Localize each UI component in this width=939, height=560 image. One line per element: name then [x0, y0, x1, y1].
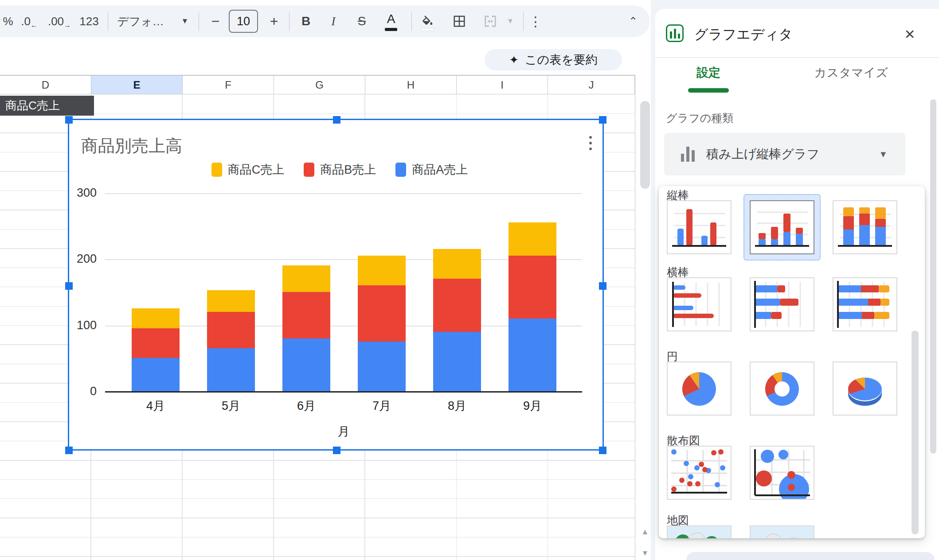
bar-segment-商品B売上[interactable] [433, 279, 481, 331]
format-percent-button[interactable]: % [0, 5, 16, 37]
bar-segment-商品C売上[interactable] [509, 222, 556, 256]
bar-segment-商品B売上[interactable] [358, 285, 406, 342]
bold-button[interactable]: B [296, 5, 316, 37]
legend-label: 商品C売上 [228, 162, 285, 178]
bar-segment-商品B売上[interactable] [207, 312, 255, 348]
chart-type-thumb-geo-map[interactable] [667, 525, 732, 538]
bar-segment-商品C売上[interactable] [282, 265, 330, 292]
chart-title: 商品別売上高 [81, 135, 182, 157]
floating-cell-label: 商品C売上 [0, 96, 94, 116]
collapse-toolbar-button[interactable]: ⌃ [622, 5, 644, 37]
chart-type-thumb-bubble-chart[interactable] [750, 446, 814, 500]
bar-segment-商品A売上[interactable] [282, 338, 330, 391]
legend-swatch [395, 163, 406, 177]
increase-decimal-button[interactable]: .00→ [46, 5, 73, 37]
merge-cells-caret-icon[interactable]: ▼ [504, 5, 517, 37]
font-family-select[interactable]: デフォ… [114, 5, 174, 37]
chart-type-thumb-scatter-chart[interactable] [667, 446, 732, 500]
chart-type-thumb-geo-map-markers[interactable] [750, 525, 814, 538]
more-formats-button[interactable]: 123 [76, 5, 102, 37]
scroll-down-icon[interactable]: ▼ [640, 548, 650, 558]
chart-type-thumb-stacked-bar-chart[interactable] [750, 277, 814, 331]
decrease-font-size-button[interactable]: − [207, 5, 224, 37]
bar-segment-商品A売上[interactable] [509, 319, 556, 391]
summarize-table-button[interactable]: ✦ この表を要約 [485, 49, 622, 70]
x-axis-title: 月 [105, 424, 582, 439]
chart-resize-handle[interactable] [599, 282, 606, 290]
decrease-decimal-button[interactable]: .0← [18, 5, 41, 37]
legend-swatch [211, 163, 222, 177]
fill-color-swatch [421, 28, 434, 31]
bar-segment-商品C売上[interactable] [207, 290, 255, 312]
column-header-H[interactable]: H [365, 76, 457, 94]
bar-segment-商品B売上[interactable] [282, 292, 330, 338]
tab-customize[interactable]: カスタマイズ [811, 65, 891, 81]
tab-settings[interactable]: 設定 [688, 65, 729, 81]
type-list-scrollbar[interactable] [912, 331, 919, 534]
strikethrough-button[interactable]: S [352, 5, 372, 37]
x-axis-tick-label: 6月 [275, 398, 337, 414]
chart-type-thumb-column-chart[interactable] [667, 200, 732, 254]
bar-segment-商品B売上[interactable] [509, 256, 556, 319]
y-axis-tick-label: 200 [69, 252, 97, 266]
font-size-input[interactable]: 10 [228, 5, 259, 37]
chart-resize-handle[interactable] [599, 447, 606, 454]
column-header-G[interactable]: G [274, 76, 365, 94]
bar-segment-商品A売上[interactable] [433, 332, 481, 391]
column-chart-icon [668, 247, 731, 255]
x-axis-tick-label: 7月 [351, 398, 413, 414]
merge-cells-button[interactable] [479, 5, 502, 37]
column-header-D[interactable]: D [0, 76, 91, 94]
column-header-I[interactable]: I [457, 76, 548, 94]
legend-label: 商品A売上 [412, 162, 468, 178]
close-icon[interactable]: ✕ [900, 24, 919, 44]
increase-font-size-button[interactable]: + [264, 5, 284, 37]
bar-segment-商品A売上[interactable] [358, 342, 406, 391]
text-color-button[interactable]: A [380, 5, 402, 37]
donut-chart-icon [751, 408, 814, 416]
bar-segment-商品C売上[interactable] [358, 256, 406, 285]
100-stacked-bar-chart-icon [833, 324, 896, 332]
bar-segment-商品C売上[interactable] [433, 249, 481, 279]
y-axis-tick-label: 300 [69, 186, 97, 200]
font-family-caret-icon[interactable]: ▼ [177, 5, 192, 37]
column-header-J[interactable]: J [548, 76, 635, 94]
toolbar-divider [108, 12, 108, 31]
chart-resize-handle[interactable] [65, 447, 73, 454]
more-toolbar-button[interactable]: ⋮ [527, 5, 544, 37]
chart-type-thumb-100-stacked-column-chart[interactable] [833, 200, 897, 254]
chart-type-thumb-100-stacked-bar-chart[interactable] [833, 277, 897, 331]
chart-resize-handle[interactable] [599, 116, 606, 124]
toolbar-divider [289, 12, 290, 31]
sheet-vertical-scrollbar[interactable] [640, 101, 650, 189]
chart-type-thumb-stacked-column-chart[interactable] [750, 200, 814, 254]
chart-type-thumb-donut-chart[interactable] [750, 362, 814, 416]
x-axis-tick-label: 8月 [426, 398, 488, 414]
bar-segment-商品B売上[interactable] [132, 328, 180, 358]
embedded-chart[interactable]: 商品別売上高 商品C売上商品B売上商品A売上 01002003004月5月6月7… [68, 119, 604, 451]
chart-type-thumb-bar-chart[interactable] [667, 277, 732, 331]
chart-more-menu-button[interactable] [583, 131, 599, 156]
italic-button[interactable]: I [324, 5, 343, 37]
chart-resize-handle[interactable] [65, 282, 73, 290]
x-axis-tick-label: 5月 [200, 398, 262, 414]
column-header-E[interactable]: E [91, 76, 183, 94]
chart-type-value: 積み上げ縦棒グラフ [706, 146, 879, 163]
panel-scrollbar[interactable] [930, 99, 936, 454]
bar-chart-icon [668, 324, 731, 332]
3d-pie-chart-icon [833, 408, 896, 416]
scroll-up-icon[interactable]: ▲ [640, 527, 650, 537]
chart-resize-handle[interactable] [65, 116, 73, 124]
chart-resize-handle[interactable] [333, 447, 340, 454]
column-header-F[interactable]: F [183, 76, 274, 94]
bar-segment-商品A売上[interactable] [207, 348, 255, 391]
chart-type-thumb-pie-chart[interactable] [667, 362, 732, 416]
fill-color-button[interactable] [416, 5, 439, 37]
chart-type-select[interactable]: 積み上げ縦棒グラフ ▼ [664, 133, 905, 175]
bar-segment-商品A売上[interactable] [132, 358, 180, 391]
chart-type-thumb-3d-pie-chart[interactable] [833, 362, 897, 416]
bar-segment-商品C売上[interactable] [132, 308, 180, 328]
y-axis-tick-label: 100 [69, 319, 97, 332]
chart-resize-handle[interactable] [333, 116, 340, 124]
borders-button[interactable] [448, 5, 471, 37]
